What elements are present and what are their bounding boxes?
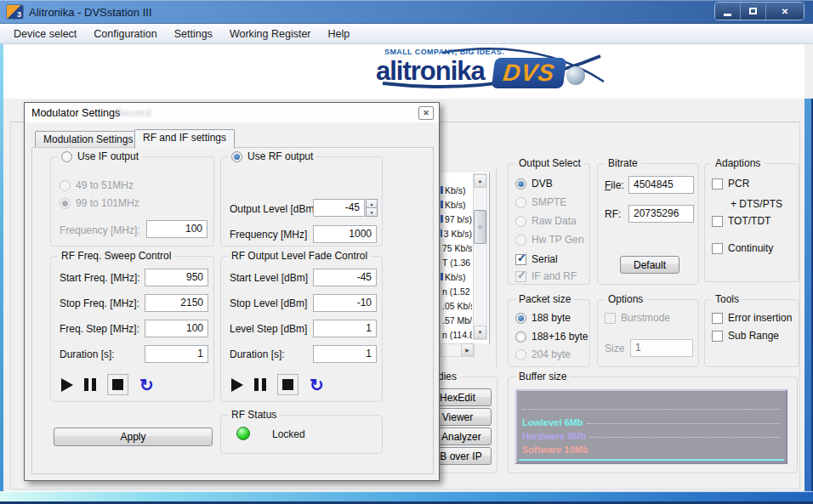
sweep-duration-field[interactable]: 1: [145, 345, 208, 363]
scrollbar-thumb[interactable]: ≡: [474, 210, 486, 244]
file-bitrate-field[interactable]: 4504845: [628, 176, 694, 194]
menu-help[interactable]: Help: [320, 25, 359, 42]
spin-up-icon[interactable]: ▲: [366, 199, 378, 207]
menu-bar: Device select Configuration Settings Wor…: [0, 24, 813, 44]
maximize-button[interactable]: [741, 3, 766, 20]
stop-level-field[interactable]: -10: [313, 294, 377, 312]
output-select-caption: Output Select: [515, 157, 584, 169]
stream-list[interactable]: Kb/s) Kb/s) 97 b/s) 3 Kb/s) 75 Kb/s) T (…: [441, 173, 490, 343]
level-step-field[interactable]: 1: [313, 320, 377, 337]
start-freq-label: Start Freq. [MHz]:: [60, 272, 140, 284]
bitrate-group: Bitrate File: 4504845 RF: 20735296 Defau…: [597, 163, 699, 285]
size-field: 1: [630, 339, 693, 357]
start-freq-field[interactable]: 950: [145, 269, 208, 286]
freq-step-field[interactable]: 100: [145, 320, 208, 337]
checkbox-pcr[interactable]: PCR: [712, 178, 749, 190]
scroll-up-button[interactable]: ▲: [474, 174, 486, 188]
close-button[interactable]: ✕: [766, 3, 804, 20]
list-item[interactable]: T (1.36 Kb: [441, 255, 472, 269]
close-icon: ✕: [782, 7, 788, 16]
tab-modulation-settings[interactable]: Modulation Settings: [35, 131, 141, 148]
dialog-close-button[interactable]: ✕: [418, 106, 434, 120]
app-window: 3 Alitronika - DVSstation III ✕ Device s…: [0, 0, 813, 504]
rf-status-group: RF Status Locked: [220, 415, 383, 454]
rf-level-fade-group: RF Output Level Fade Control Start Level…: [220, 256, 383, 402]
menu-device-select[interactable]: Device select: [5, 25, 85, 42]
stop-icon: [112, 379, 123, 390]
if-output-caption[interactable]: Use IF output: [58, 150, 142, 162]
loop-icon[interactable]: ↻: [310, 377, 324, 393]
tab-rf-and-if-settings[interactable]: RF and IF settings: [134, 129, 235, 149]
default-button[interactable]: Default: [620, 256, 679, 274]
radio-icon: [515, 313, 526, 324]
radio-dvb[interactable]: DVB: [515, 178, 553, 190]
checkbox-serial[interactable]: Serial: [515, 253, 558, 265]
radio-188-16-byte[interactable]: 188+16 byte: [515, 331, 588, 343]
list-item[interactable]: n (114.89: [441, 327, 472, 342]
if-frequency-field[interactable]: 100: [146, 220, 208, 238]
checkbox-sub-range[interactable]: Sub Range: [712, 330, 779, 342]
play-icon[interactable]: [61, 378, 73, 392]
pause-icon[interactable]: [254, 378, 266, 391]
buffer-lowlevel-row: Lowlevel 6Mb: [522, 417, 781, 428]
checkbox-continuity[interactable]: Continuity: [712, 242, 773, 254]
list-item[interactable]: n (1.52 Mb: [441, 284, 472, 298]
list-item[interactable]: Kb/s): [441, 197, 472, 212]
scroll-right-button[interactable]: ▶: [461, 343, 474, 356]
size-label: Size: [605, 343, 624, 354]
rf-output-caption[interactable]: Use RF output: [228, 150, 316, 162]
list-item[interactable]: 75 Kb/s): [441, 241, 472, 255]
vertical-scrollbar[interactable]: ▲ ≡ ▼: [473, 173, 487, 340]
packet-size-caption: Packet size: [515, 293, 574, 305]
radio-icon: [515, 331, 526, 343]
stop-button[interactable]: [277, 374, 298, 395]
rf-frequency-field[interactable]: 1000: [313, 225, 377, 243]
fade-duration-field[interactable]: 1: [313, 345, 377, 363]
list-item[interactable]: .05 Kb/s: [441, 298, 472, 313]
rf-status-caption: RF Status: [228, 409, 280, 421]
menu-settings[interactable]: Settings: [166, 25, 221, 42]
radio-icon: [515, 197, 526, 208]
radio-99-101mhz: 99 to 101MHz: [60, 197, 139, 209]
checkbox-icon: [712, 216, 723, 227]
alitronika-logo: SMALL COMPANY, BIG IDEAS. alitronika DVS: [357, 44, 612, 99]
sweep-duration-label: Duration [s]:: [60, 348, 115, 360]
minimize-button[interactable]: [715, 3, 741, 20]
level-step-label: Level Step [dBm]: [230, 323, 307, 335]
list-item[interactable]: Kb/s): [441, 183, 472, 197]
scroll-down-button[interactable]: ▼: [474, 326, 486, 339]
menu-configuration[interactable]: Configuration: [85, 25, 165, 42]
apply-button[interactable]: Apply: [54, 428, 213, 446]
radio-icon: [515, 178, 526, 190]
buffer-software-row: Software 10Mb: [522, 445, 781, 455]
app-icon-label: 3: [17, 10, 21, 19]
adaptions-caption: Adaptions: [712, 157, 764, 169]
output-level-field[interactable]: -45: [313, 199, 365, 217]
output-level-spinner[interactable]: ▲ ▼: [366, 199, 378, 217]
checkbox-icon: [605, 313, 616, 324]
dialog-title-bar[interactable]: Modulator Settings Record: [25, 103, 439, 122]
start-level-field[interactable]: -45: [313, 269, 377, 286]
tools-group: Tools Error insertion Sub Range: [704, 299, 799, 367]
loop-icon[interactable]: ↻: [139, 377, 154, 393]
checkbox-tot-tdt[interactable]: TOT/TDT: [712, 215, 770, 227]
horizontal-scrollbar[interactable]: ▶: [441, 343, 475, 357]
maximize-icon: [749, 8, 757, 14]
logo-brand-text: alitronika: [376, 56, 485, 87]
logo-band: SMALL COMPANY, BIG IDEAS. alitronika DVS: [3, 44, 804, 99]
play-icon[interactable]: [231, 378, 243, 392]
spin-down-icon[interactable]: ▼: [366, 207, 378, 217]
rf-bitrate-field[interactable]: 20735296: [628, 205, 694, 223]
list-item[interactable]: .57 Mb/s: [441, 313, 472, 327]
stop-button[interactable]: [107, 374, 128, 395]
stop-freq-field[interactable]: 2150: [145, 294, 208, 312]
list-item[interactable]: 97 b/s): [441, 212, 472, 226]
list-item[interactable]: 3 Kb/s): [441, 226, 472, 241]
menu-working-register[interactable]: Working Register: [221, 25, 320, 42]
pause-icon[interactable]: [84, 378, 96, 391]
checkbox-icon: [712, 313, 723, 324]
checkbox-icon: [712, 243, 723, 254]
checkbox-error-insertion[interactable]: Error insertion: [712, 312, 792, 324]
radio-188-byte[interactable]: 188 byte: [515, 312, 571, 324]
list-item[interactable]: Kb/s): [441, 269, 472, 284]
